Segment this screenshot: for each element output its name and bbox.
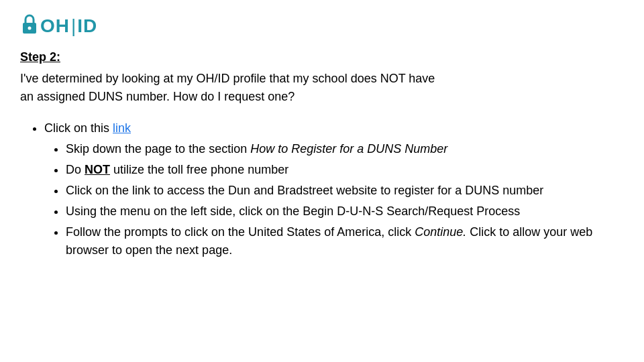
sub-item-skip-italic: How to Register for a DUNS Number — [250, 142, 447, 156]
list-item-click-link: Click on this link Skip down the page to… — [44, 119, 624, 259]
sub-item-dun-bradstreet-text: Click on the link to access the Dun and … — [66, 184, 543, 197]
sub-item-dun-bradstreet: Click on the link to access the Dun and … — [66, 182, 624, 200]
sub-item-not-prefix: Do — [66, 163, 85, 176]
header: OH | ID — [20, 13, 624, 38]
intro-paragraph: I've determined by looking at my OH/ID p… — [20, 70, 624, 106]
sub-item-menu: Using the menu on the left side, click o… — [66, 202, 624, 221]
sub-item-skip: Skip down the page to the section How to… — [66, 140, 624, 158]
sub-item-follow: Follow the prompts to click on the Unite… — [66, 223, 624, 259]
sub-list: Skip down the page to the section How to… — [44, 140, 624, 259]
sub-item-not-suffix: utilize the toll free phone number — [110, 163, 288, 176]
logo-separator: | — [71, 15, 76, 37]
intro-line1: I've determined by looking at my OH/ID p… — [20, 72, 435, 85]
sub-item-follow-italic: Continue. — [415, 225, 466, 239]
bullet1-prefix: Click on this — [44, 121, 113, 135]
lock-icon — [20, 13, 39, 38]
duns-link[interactable]: link — [113, 121, 131, 135]
sub-item-menu-text: Using the menu on the left side, click o… — [66, 204, 520, 218]
svg-point-1 — [28, 27, 32, 30]
sub-item-not-underline: NOT — [85, 163, 110, 176]
intro-line2: an assigned DUNS number. How do I reques… — [20, 90, 294, 103]
sub-item-not: Do NOT utilize the toll free phone numbe… — [66, 161, 624, 179]
sub-item-skip-text: Skip down the page to the section — [66, 142, 250, 156]
main-list: Click on this link Skip down the page to… — [20, 119, 624, 259]
logo-oh: OH — [40, 15, 70, 37]
logo-id: ID — [77, 15, 97, 37]
sub-item-follow-prefix: Follow the prompts to click on the Unite… — [66, 225, 415, 239]
step-label: Step 2: — [20, 50, 624, 64]
